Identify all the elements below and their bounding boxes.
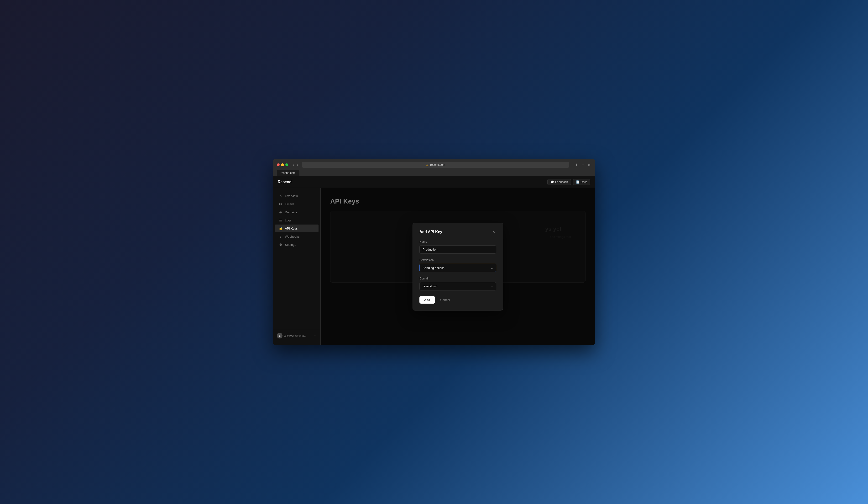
modal-overlay: Add API Key × Name Permission	[321, 188, 595, 345]
user-more-button[interactable]: ···	[314, 334, 317, 337]
app-container: Resend 💬 Feedback 📄 Docs ⌂ Overvie	[273, 176, 595, 345]
sidebar-item-emails[interactable]: ✉ Emails	[275, 200, 319, 208]
traffic-lights	[277, 163, 288, 166]
browser-tabs: resend.com	[277, 170, 591, 176]
domain-label: Domain	[420, 277, 496, 280]
emails-icon: ✉	[279, 202, 282, 206]
sidebar-item-domains[interactable]: ⊕ Domains	[275, 208, 319, 216]
sidebar-label-api-keys: API Keys	[285, 227, 298, 230]
dialog-actions: Add Cancel	[420, 296, 496, 304]
lock-icon: 🔒	[426, 164, 429, 166]
permission-select[interactable]: Sending access Full access	[420, 264, 496, 272]
browser-titlebar: ‹ › 🔒 resend.com ⬆ ＋ ⧉	[277, 162, 591, 168]
feedback-label: Feedback	[555, 180, 568, 184]
name-input[interactable]	[420, 245, 496, 254]
sidebar-label-emails: Emails	[285, 202, 294, 206]
domain-form-group: Domain resend.run All domains	[420, 277, 496, 291]
dialog-close-button[interactable]: ×	[491, 230, 496, 234]
tabs-button[interactable]: ⧉	[587, 162, 591, 168]
share-button[interactable]: ⬆	[574, 162, 579, 168]
new-tab-button[interactable]: ＋	[580, 162, 586, 168]
sidebar-item-logs[interactable]: ☰ Logs	[275, 216, 319, 224]
browser-chrome: ‹ › 🔒 resend.com ⬆ ＋ ⧉ resend.com	[273, 159, 595, 176]
browser-controls: ‹ ›	[292, 162, 299, 168]
settings-icon: ⚙	[279, 243, 282, 246]
sidebar-user[interactable]: Z zno.rocha@gmai... ···	[273, 330, 320, 341]
domain-select-wrapper: resend.run All domains	[420, 282, 496, 291]
add-button[interactable]: Add	[420, 296, 435, 304]
sidebar-label-logs: Logs	[285, 219, 291, 222]
traffic-light-red[interactable]	[277, 163, 280, 166]
traffic-light-green[interactable]	[285, 163, 288, 166]
sidebar-item-webhooks[interactable]: ↕ Webhooks	[275, 233, 319, 240]
domain-select[interactable]: resend.run All domains	[420, 282, 496, 291]
name-label: Name	[420, 240, 496, 243]
sidebar: ⌂ Overview ✉ Emails ⊕ Domains ☰ Logs	[273, 188, 321, 345]
header-actions: 💬 Feedback 📄 Docs	[547, 179, 590, 185]
docs-label: Docs	[581, 180, 587, 184]
traffic-light-yellow[interactable]	[281, 163, 284, 166]
sidebar-item-api-keys[interactable]: 🔒 API Keys	[275, 224, 319, 232]
tab-label: resend.com	[281, 171, 296, 175]
app-logo: Resend	[278, 180, 291, 184]
url-text: resend.com	[430, 163, 445, 167]
active-tab[interactable]: resend.com	[277, 170, 299, 176]
sidebar-item-overview[interactable]: ⌂ Overview	[275, 192, 319, 200]
name-form-group: Name	[420, 240, 496, 254]
sidebar-item-settings[interactable]: ⚙ Settings	[275, 241, 319, 249]
forward-button[interactable]: ›	[296, 162, 299, 168]
browser-actions: ⬆ ＋ ⧉	[574, 162, 591, 168]
sidebar-label-overview: Overview	[285, 194, 298, 198]
browser-window: ‹ › 🔒 resend.com ⬆ ＋ ⧉ resend.com Resend	[273, 159, 595, 345]
sidebar-label-settings: Settings	[285, 243, 296, 246]
docs-icon: 📄	[576, 180, 580, 184]
api-keys-icon: 🔒	[279, 226, 282, 230]
domains-icon: ⊕	[279, 210, 282, 214]
cancel-button[interactable]: Cancel	[437, 296, 453, 304]
feedback-button[interactable]: 💬 Feedback	[547, 179, 571, 185]
dialog-header: Add API Key ×	[420, 230, 496, 234]
feedback-icon: 💬	[550, 180, 554, 184]
user-avatar: Z	[277, 333, 282, 339]
logs-icon: ☰	[279, 218, 282, 222]
docs-button[interactable]: 📄 Docs	[573, 179, 590, 185]
back-button[interactable]: ‹	[292, 162, 295, 168]
sidebar-label-domains: Domains	[285, 210, 297, 214]
app-header: Resend 💬 Feedback 📄 Docs	[273, 176, 595, 188]
user-email: zno.rocha@gmai...	[285, 334, 312, 337]
sidebar-nav: ⌂ Overview ✉ Emails ⊕ Domains ☰ Logs	[273, 192, 320, 249]
sidebar-label-webhooks: Webhooks	[285, 235, 299, 239]
permission-select-wrapper: Sending access Full access	[420, 264, 496, 272]
main-content: API Keys ys yet eric strings that Add AP…	[321, 188, 595, 345]
webhooks-icon: ↕	[279, 234, 282, 239]
add-api-key-dialog: Add API Key × Name Permission	[413, 223, 503, 311]
address-bar[interactable]: 🔒 resend.com	[302, 162, 569, 168]
overview-icon: ⌂	[279, 194, 282, 198]
dialog-title: Add API Key	[420, 230, 442, 234]
permission-form-group: Permission Sending access Full access	[420, 259, 496, 272]
app-body: ⌂ Overview ✉ Emails ⊕ Domains ☰ Logs	[273, 188, 595, 345]
permission-label: Permission	[420, 259, 496, 262]
